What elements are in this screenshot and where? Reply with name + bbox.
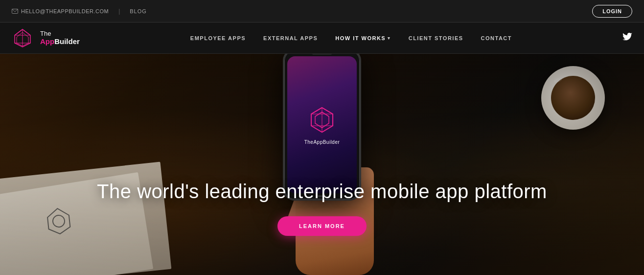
divider: | [118,8,120,15]
logo-appbuilder: AppBuilder [40,37,80,46]
twitter-icon[interactable] [622,33,632,44]
logo-text: The AppBuilder [40,30,80,46]
login-button[interactable]: LOGIN [592,5,632,18]
nav-employee-apps[interactable]: EMPLOYEE APPS [190,35,246,41]
phone-body: TheAppBuilder [283,54,361,201]
hero-headline: The world's leading enterprise mobile ap… [97,181,547,203]
chevron-down-icon: ▾ [388,36,391,41]
logo[interactable]: The AppBuilder [12,27,80,49]
logo-the: The [40,30,80,37]
nav-contact[interactable]: CONTACT [481,35,512,41]
blog-link[interactable]: BLOG [130,8,147,14]
nav-external-apps[interactable]: EXTERNAL APPS [263,35,318,41]
learn-more-button[interactable]: LEARN MORE [277,216,367,236]
phone-speaker [312,54,332,55]
logo-icon [12,27,33,49]
nav-client-stories[interactable]: CLIENT STORIES [409,35,463,41]
top-bar-left: HELLO@THEAPPBUILDER.COM | BLOG [12,8,147,15]
email-icon [12,9,18,14]
phone-screen: TheAppBuilder [287,56,357,193]
email-link[interactable]: HELLO@THEAPPBUILDER.COM [12,8,109,14]
hero-section: TheAppBuilder The world's leading enterp… [0,54,644,275]
phone-app-logo [307,105,337,135]
hero-content: The world's leading enterprise mobile ap… [0,181,644,236]
svg-line-6 [15,29,23,35]
nav-links: EMPLOYEE APPS EXTERNAL APPS HOW IT WORKS… [190,35,512,41]
nav-how-it-works[interactable]: HOW IT WORKS ▾ [335,35,391,41]
top-bar: HELLO@THEAPPBUILDER.COM | BLOG LOGIN [0,0,644,23]
svg-line-7 [23,29,30,35]
phone-mockup: TheAppBuilder [283,54,361,201]
nav-bar: The AppBuilder EMPLOYEE APPS EXTERNAL AP… [0,23,644,54]
phone-brand-label: TheAppBuilder [304,139,340,145]
